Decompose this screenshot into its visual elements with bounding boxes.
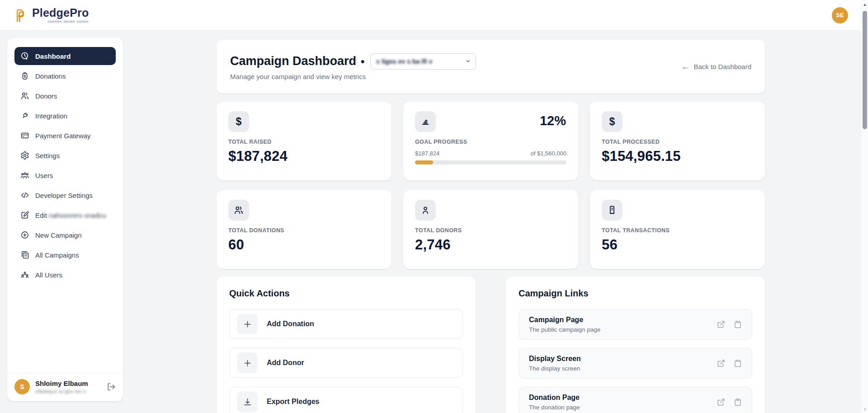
logout-button[interactable] [107,382,116,391]
stat-label: TOTAL PROCESSED [602,139,753,145]
campaign-links-title: Campaign Links [519,288,752,299]
copy-link-button[interactable] [734,320,742,329]
display-screen-link-row: Display Screen The display screen [519,348,752,379]
sidebar-item-new-campaign[interactable]: New Campaign [14,226,116,244]
sidebar-item-donors[interactable]: Donors [14,87,116,105]
open-external-button[interactable] [717,398,725,406]
page-subtitle: Manage your campaign and view key metric… [230,73,476,80]
stat-card-total-processed: $ TOTAL PROCESSED $154,965.15 [590,102,765,180]
external-link-icon [717,398,725,406]
sidebar-item-settings[interactable]: Settings [14,146,116,164]
stats-grid: $ TOTAL RAISED $187,824 12% GOAL PROGRES… [217,102,765,269]
bottom-grid: Quick Actions Add Donation Add Donor Exp… [217,277,765,413]
donation-jar-icon [20,71,29,80]
copy-link-button[interactable] [734,398,742,406]
copy-link-button[interactable] [734,359,742,367]
campaign-select[interactable]: c ligos ev s ba lfi v [370,53,476,70]
stat-label: TOTAL DONORS [415,227,566,234]
sidebar-item-edit-campaign[interactable]: Editnahssnrers snadcu [14,206,116,224]
sidebar-item-donations[interactable]: Donations [14,67,116,85]
pledgepro-logo-icon [13,8,28,23]
donation-page-link-row: Donation Page The donation page [519,387,752,413]
brand-name: PledgePro [32,7,89,19]
clipboard-icon [734,398,742,406]
user-name: Shloimy Elbaum [35,380,101,388]
dashboard-header-card: Campaign Dashboard • c ligos ev s ba lfi… [217,40,765,94]
export-pledges-button[interactable]: Export Pledges [229,387,463,413]
user-email: shloimy.e xx gxx xm n [35,389,101,394]
code-icon [20,191,29,200]
back-to-dashboard-link[interactable]: ← Back to Dashboard [681,62,751,71]
users-icon [228,200,249,221]
external-link-icon [717,320,725,329]
sidebar-item-dashboard[interactable]: Dashboard [14,47,116,65]
clock-dollar-icon [20,52,29,61]
stat-value: 2,746 [415,237,566,253]
brand-logo: PledgePro xxxxxx xxxxx xxxxx [13,7,89,23]
brand-tagline: xxxxxx xxxxx xxxxx [48,20,89,23]
sidebar-item-users[interactable]: Users [14,166,116,184]
stat-card-total-donations: TOTAL DONATIONS 60 [217,190,392,269]
sidebar-nav: Dashboard Donations Donors Integration P… [7,38,123,373]
dollar-icon: $ [602,111,623,132]
goal-percent: 12% [540,113,566,128]
page-title: Campaign Dashboard [230,54,356,68]
quick-actions-card: Quick Actions Add Donation Add Donor Exp… [217,277,476,413]
title-separator: • [361,55,364,68]
stat-card-total-donors: TOTAL DONORS 2,746 [403,190,578,269]
stat-value: $154,965.15 [602,148,753,164]
users-icon [20,91,29,100]
sidebar-item-integration[interactable]: Integration [14,107,116,125]
scrollbar-thumb[interactable] [863,11,867,129]
logout-icon [107,382,116,391]
clipboard-icon [734,359,742,367]
stat-label: TOTAL DONATIONS [228,227,380,234]
user-avatar-badge[interactable]: SE [832,7,848,23]
scrollbar-up-arrow[interactable]: ▲ [861,2,868,7]
user-icon [415,200,436,221]
plus-icon [237,314,258,334]
gear-icon [20,151,29,160]
sidebar-item-all-users[interactable]: All Users [14,266,116,284]
plus-icon [237,352,258,373]
goal-progress-bar [415,160,566,164]
quick-actions-title: Quick Actions [229,288,463,299]
open-external-button[interactable] [717,320,725,329]
campaign-page-link-row: Campaign Page The public campaign page [519,309,752,340]
sidebar-item-all-campaigns[interactable]: All Campaigns [14,246,116,264]
stat-card-total-transactions: TOTAL TRANSACTIONS 56 [590,190,765,269]
goal-raised: $187,824 [415,150,439,157]
credit-card-icon [20,131,29,140]
goal-progress-fill [415,160,433,164]
stat-value: 60 [228,237,380,253]
window-scrollbar: ▲ ▼ [861,0,868,413]
external-link-icon [717,359,725,367]
plus-circle-icon [20,230,29,239]
download-icon [237,391,258,412]
people-group-icon [20,270,29,279]
back-arrow-icon: ← [681,62,689,71]
stat-label: TOTAL RAISED [228,139,380,145]
add-donor-button[interactable]: Add Donor [229,348,463,378]
sidebar: Dashboard Donations Donors Integration P… [7,38,123,401]
pages-icon [20,250,29,259]
add-donation-button[interactable]: Add Donation [229,309,463,339]
topbar: PledgePro xxxxxx xxxxx xxxxx SE [0,0,868,31]
chevron-down-icon [465,58,471,64]
clipboard-icon [734,320,742,329]
campaign-links-card: Campaign Links Campaign Page The public … [506,277,765,413]
avatar: S [14,379,30,394]
scrollbar-down-arrow[interactable]: ▼ [861,407,868,412]
stat-value: $187,824 [228,148,380,164]
dollar-icon: $ [228,111,249,132]
plug-icon [20,111,29,120]
open-external-button[interactable] [717,359,725,367]
edit-pen-icon [20,211,29,220]
stat-card-goal-progress: 12% GOAL PROGRESS $187,824 of $1,560,000 [403,102,578,180]
sidebar-item-developer-settings[interactable]: Developer Settings [14,186,116,204]
stat-value: 56 [602,237,753,253]
campaign-select-value: c ligos ev s ba lfi v [376,58,432,65]
main-content: Campaign Dashboard • c ligos ev s ba lfi… [217,40,765,413]
sidebar-user-section: S Shloimy Elbaum shloimy.e xx gxx xm n [7,373,123,400]
sidebar-item-payment-gateway[interactable]: Payment Gateway [14,127,116,145]
